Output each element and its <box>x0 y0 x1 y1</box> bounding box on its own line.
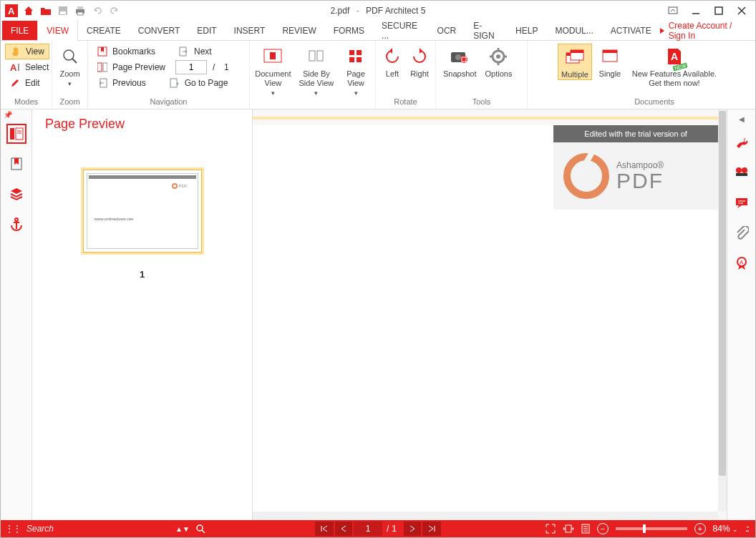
zoom-out-button[interactable]: − <box>597 523 609 534</box>
vertical-scrollbar[interactable] <box>718 109 727 512</box>
home-icon[interactable] <box>21 3 37 19</box>
undo-icon[interactable] <box>89 3 105 19</box>
app-icon[interactable]: A <box>4 3 19 19</box>
side-by-side-button[interactable]: Side By Side View▾ <box>295 44 338 97</box>
snapshot-button[interactable]: Snapshot <box>440 44 479 79</box>
zoom-in-button[interactable]: + <box>694 523 706 534</box>
svg-point-55 <box>736 167 742 173</box>
previous-page-button[interactable]: Previous <box>92 75 150 91</box>
search-icon[interactable] <box>195 524 205 534</box>
fit-page-icon[interactable] <box>581 524 590 534</box>
pin-icon[interactable]: 📌 <box>4 111 12 119</box>
tab-help[interactable]: HELP <box>507 21 546 40</box>
zoom-slider[interactable] <box>616 527 687 530</box>
tab-insert[interactable]: INSERT <box>226 21 274 40</box>
bookmarks-button[interactable]: Bookmarks <box>92 44 160 59</box>
status-page-current[interactable]: 1 <box>354 522 382 536</box>
rail-certificate-button[interactable]: A <box>732 253 752 273</box>
fit-width-icon[interactable] <box>563 524 574 534</box>
rotate-left-button[interactable]: Left <box>380 44 404 79</box>
page-total: 1 <box>220 62 232 72</box>
redo-icon[interactable] <box>107 3 122 19</box>
search-input[interactable] <box>26 524 170 534</box>
chevron-down-icon: ▾ <box>68 80 72 87</box>
first-page-button[interactable] <box>315 522 334 536</box>
mode-edit-button[interactable]: Edit <box>5 75 44 91</box>
svg-line-64 <box>202 530 205 533</box>
chevron-down-icon: ▾ <box>271 89 275 97</box>
next-page-icon <box>178 46 190 57</box>
pencil-icon <box>9 77 21 89</box>
close-button[interactable] <box>731 3 752 19</box>
tab-file[interactable]: FILE <box>2 21 37 40</box>
print-icon[interactable] <box>72 3 88 19</box>
tab-view[interactable]: VIEW <box>37 21 78 40</box>
page-number-input[interactable] <box>175 60 207 74</box>
zoom-level[interactable]: 84% ⌄ <box>713 524 738 534</box>
document-viewport[interactable]: Edited with the trial version of Ashampo… <box>253 109 727 520</box>
open-icon[interactable] <box>38 3 54 19</box>
svg-rect-9 <box>715 7 722 14</box>
svg-rect-25 <box>317 51 323 61</box>
svg-text:A: A <box>671 51 678 62</box>
play-icon <box>660 28 664 34</box>
rail-find-button[interactable] <box>732 163 752 183</box>
hand-icon <box>10 46 21 57</box>
tab-modules[interactable]: MODUL... <box>546 21 601 40</box>
minimize-button[interactable] <box>685 3 707 19</box>
camera-icon <box>448 45 471 68</box>
rail-page-preview-button[interactable] <box>6 124 26 144</box>
tab-create[interactable]: CREATE <box>78 21 130 40</box>
resize-grip-icon[interactable]: .:: <box>745 524 748 534</box>
horizontal-scrollbar[interactable] <box>253 512 718 520</box>
rail-tools-button[interactable] <box>732 133 752 153</box>
left-side-rail: 📌 <box>1 109 32 520</box>
options-button[interactable]: Options <box>482 44 515 79</box>
rotate-right-icon <box>408 45 431 68</box>
mode-select-button[interactable]: ASelect <box>5 59 53 75</box>
chevron-down-icon: ⌄ <box>732 526 738 533</box>
next-page-button[interactable]: Next <box>174 44 216 59</box>
rail-bookmarks-button[interactable] <box>6 154 26 174</box>
page-separator: / <box>213 62 215 72</box>
maximize-button[interactable] <box>708 3 730 19</box>
rail-layers-button[interactable] <box>6 184 26 204</box>
search-updown-icon[interactable]: ▲▼ <box>175 525 190 533</box>
page-thumbnail-1[interactable]: PDF www.onlinedown.net <box>81 167 204 255</box>
prev-page-button[interactable] <box>335 522 352 536</box>
chevron-left-icon[interactable]: ◀ <box>739 115 745 123</box>
go-to-page-button[interactable]: Go to Page <box>165 75 233 91</box>
last-page-button[interactable] <box>422 522 441 536</box>
tab-secure[interactable]: SECURE ... <box>373 21 428 40</box>
rotate-right-button[interactable]: Right <box>407 44 432 79</box>
new-features-button[interactable]: ANEWNew Features Available.Get them now! <box>628 44 721 88</box>
next-page-button[interactable] <box>404 522 421 536</box>
document-view-button[interactable]: Document View▾ <box>254 44 292 97</box>
text-select-icon: A <box>9 62 21 73</box>
ribbon-toggle-icon[interactable] <box>662 3 684 19</box>
ribbon: View ASelect Edit Modes Zoom ▾ Zoom Book… <box>1 41 755 109</box>
tab-review[interactable]: REVIEW <box>273 21 324 40</box>
tab-forms[interactable]: FORMS <box>325 21 373 40</box>
mode-view-button[interactable]: View <box>5 44 49 59</box>
page-view-button[interactable]: Page View▾ <box>341 44 371 97</box>
single-window-button[interactable]: Single <box>595 44 625 79</box>
zoom-button[interactable]: Zoom ▾ <box>55 44 85 87</box>
group-label-documents: Documents <box>553 97 755 109</box>
tab-edit[interactable]: EDIT <box>188 21 225 40</box>
rail-comment-button[interactable] <box>732 193 752 213</box>
tab-esign[interactable]: E-SIGN <box>465 21 507 40</box>
tab-activate[interactable]: ACTIVATE <box>602 21 660 40</box>
rail-anchor-button[interactable] <box>6 214 26 234</box>
trial-banner: Edited with the trial version of <box>553 125 718 142</box>
tab-convert[interactable]: CONVERT <box>130 21 188 40</box>
account-link[interactable]: Create Account / Sign In <box>660 21 755 40</box>
svg-rect-57 <box>736 173 747 176</box>
rail-attachment-button[interactable] <box>732 223 752 243</box>
chevron-down-icon: ▾ <box>354 89 358 97</box>
multiple-windows-button[interactable]: Multiple <box>558 44 592 80</box>
save-icon[interactable] <box>55 3 71 19</box>
fullscreen-icon[interactable] <box>546 524 556 534</box>
page-preview-button[interactable]: Page Preview <box>92 59 170 75</box>
tab-ocr[interactable]: OCR <box>429 21 465 40</box>
